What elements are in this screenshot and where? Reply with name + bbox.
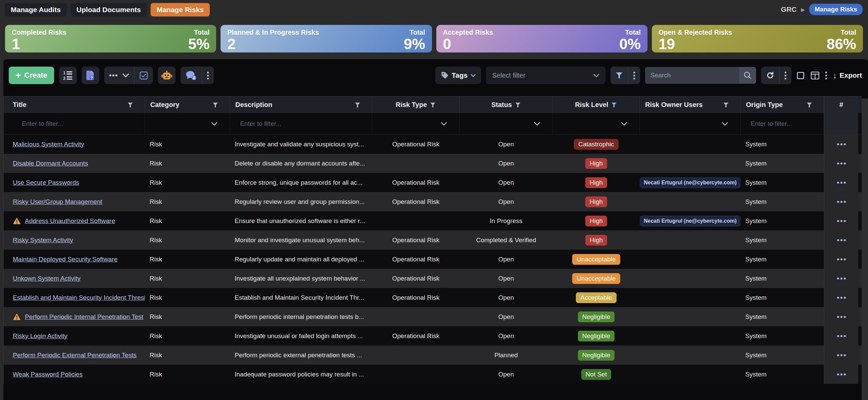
filter-button[interactable] (611, 67, 628, 84)
risk-title-link[interactable]: Malicious System Activity (13, 141, 84, 148)
column-filter-icon[interactable] (127, 102, 133, 108)
table-row[interactable]: Address Unauthorized Software Risk Ensur… (4, 211, 862, 230)
refresh-menu-button[interactable] (779, 67, 792, 84)
risk-level-filter-dropdown[interactable] (553, 113, 640, 134)
search-input[interactable] (645, 72, 739, 79)
row-actions-button[interactable] (837, 354, 846, 356)
risk-title-link[interactable]: Risky Login Activity (13, 333, 68, 340)
risk-type-filter-dropdown[interactable] (372, 113, 460, 134)
risk-type-cell (372, 307, 460, 326)
document-question-button[interactable]: ? (82, 67, 99, 84)
table-row[interactable]: Establish and Maintain Security Incident… (4, 288, 862, 307)
row-actions-button[interactable] (837, 182, 846, 184)
category-filter-dropdown[interactable] (145, 113, 230, 134)
column-filter-icon[interactable] (213, 102, 218, 108)
column-filter-icon[interactable] (430, 102, 436, 108)
table-row[interactable]: Maintain Deployed Security Software Risk… (4, 250, 862, 269)
vertical-scrollbar[interactable] (862, 98, 868, 400)
risk-title-link[interactable]: Unkown System Activity (13, 275, 81, 282)
row-actions-button[interactable] (837, 220, 846, 222)
warning-icon (13, 313, 21, 320)
tags-button[interactable]: Tags (435, 67, 481, 84)
numbered-list-button[interactable]: 12 (59, 67, 76, 84)
filter-menu-button[interactable] (628, 67, 640, 84)
origin-type-cell: System (741, 288, 824, 307)
column-filter-icon[interactable] (806, 102, 812, 108)
export-button[interactable]: ↓ Export (833, 71, 862, 80)
table-row[interactable]: Weak Password Policies Risk Inadequate p… (4, 365, 862, 384)
title-filter-input[interactable] (13, 120, 145, 127)
tab-upload-documents[interactable]: Upload Documents (71, 3, 147, 17)
fullscreen-icon[interactable] (796, 71, 805, 80)
checkbox-select-button[interactable] (134, 67, 153, 84)
row-actions-button[interactable] (837, 239, 846, 241)
column-header-category[interactable]: Category (145, 96, 230, 113)
risk-title-link[interactable]: Maintain Deployed Security Software (13, 256, 118, 263)
risk-title-link[interactable]: Disable Dormant Accounts (13, 160, 88, 167)
column-header-description[interactable]: Description (230, 96, 372, 113)
search-submit-button[interactable] (739, 67, 756, 84)
table-row[interactable]: Risky User/Group Management Risk Regular… (4, 192, 862, 211)
risk-title-link[interactable]: Weak Password Policies (13, 371, 83, 378)
column-header-risk-level[interactable]: Risk Level (553, 96, 640, 113)
refresh-button[interactable] (761, 67, 779, 84)
column-filter-icon[interactable] (355, 102, 361, 108)
stat-card-total-label: Total (841, 29, 856, 36)
risks-table: Title Category Description Risk Type Sta… (3, 96, 862, 384)
breadcrumb-current[interactable]: Manage Risks (809, 4, 863, 15)
more-views-button[interactable]: ••• (104, 67, 134, 84)
risk-type-cell (372, 365, 460, 384)
row-menu-button[interactable] (202, 67, 214, 84)
row-actions-button[interactable] (837, 163, 846, 165)
search-box (645, 67, 756, 84)
tab-manage-risks[interactable]: Manage Risks (151, 3, 210, 17)
row-actions-button[interactable] (837, 297, 846, 299)
risk-title-link[interactable]: Risky System Activity (13, 236, 73, 244)
module-tabs: Manage Audits Upload Documents Manage Ri… (5, 3, 210, 17)
risk-title-link[interactable]: Perform Periodic External Penetration Te… (13, 351, 136, 359)
plus-icon: + (16, 70, 21, 80)
table-row[interactable]: Use Secure Passwords Risk Enforce strong… (4, 173, 862, 192)
tab-manage-audits[interactable]: Manage Audits (5, 3, 67, 17)
status-filter-dropdown[interactable] (460, 113, 553, 134)
table-row[interactable]: Disable Dormant Accounts Risk Delete or … (4, 154, 862, 173)
row-actions-button[interactable] (837, 373, 846, 375)
table-row[interactable]: Unkown System Activity Risk Investigate … (4, 269, 862, 288)
grid-menu-button[interactable] (825, 72, 827, 79)
create-button[interactable]: + Create (9, 67, 54, 84)
risk-title-link[interactable]: Establish and Maintain Security Incident… (13, 294, 145, 302)
row-actions-button[interactable] (837, 278, 846, 280)
column-header-risk-owner-users[interactable]: Risk Owner Users (640, 96, 741, 113)
breadcrumb-root[interactable]: GRC (781, 5, 797, 13)
table-row[interactable]: Risky System Activity Risk Monitor and i… (4, 230, 862, 250)
risk-title-link[interactable]: Use Secure Passwords (13, 179, 79, 187)
row-actions-button[interactable] (837, 335, 846, 337)
table-row[interactable]: Malicious System Activity Risk Investiga… (4, 135, 862, 154)
column-header-origin-type[interactable]: Origin Type (741, 96, 824, 113)
column-filter-icon[interactable] (515, 102, 521, 108)
ai-robot-button[interactable] (158, 67, 176, 84)
select-filter-dropdown[interactable]: Select filter (486, 67, 606, 84)
row-actions-button[interactable] (837, 316, 846, 318)
risk-title-link[interactable]: Address Unauthorized Software (25, 217, 115, 225)
column-filter-icon[interactable] (611, 102, 617, 108)
row-actions-button[interactable] (837, 201, 846, 203)
table-row[interactable]: Perform Periodic Internal Penetration Te… (4, 307, 862, 326)
risk-type-cell: Operational Risk (372, 250, 460, 269)
layout-columns-icon[interactable] (810, 71, 819, 80)
column-header-risk-type[interactable]: Risk Type (372, 96, 460, 113)
column-header-title[interactable]: Title (4, 96, 145, 113)
risk-owner-filter-dropdown[interactable] (640, 113, 741, 134)
origin-type-filter-input[interactable] (745, 120, 824, 127)
column-header-status[interactable]: Status (460, 96, 553, 113)
risk-type-cell (372, 345, 460, 365)
risk-title-link[interactable]: Perform Periodic Internal Penetration Te… (25, 313, 143, 321)
risk-title-link[interactable]: Risky User/Group Management (13, 198, 102, 205)
table-row[interactable]: Perform Periodic External Penetration Te… (4, 345, 862, 365)
column-filter-icon[interactable] (723, 102, 729, 108)
description-filter-input[interactable] (235, 120, 372, 127)
row-actions-button[interactable] (837, 143, 846, 145)
table-row[interactable]: Risky Login Activity Risk Investigate un… (4, 326, 862, 345)
assign-chat-button[interactable] (181, 67, 202, 84)
row-actions-button[interactable] (837, 258, 846, 260)
